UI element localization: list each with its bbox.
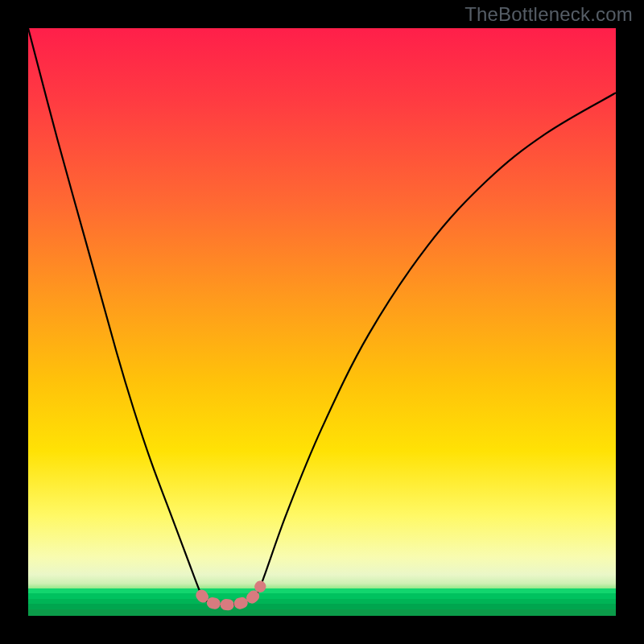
attribution-label: TheBottleneck.com	[464, 3, 633, 26]
bottleneck-curve	[28, 28, 616, 605]
chart-svg	[28, 28, 616, 616]
chart-frame: TheBottleneck.com	[0, 0, 644, 644]
highlight-segment	[201, 587, 260, 605]
